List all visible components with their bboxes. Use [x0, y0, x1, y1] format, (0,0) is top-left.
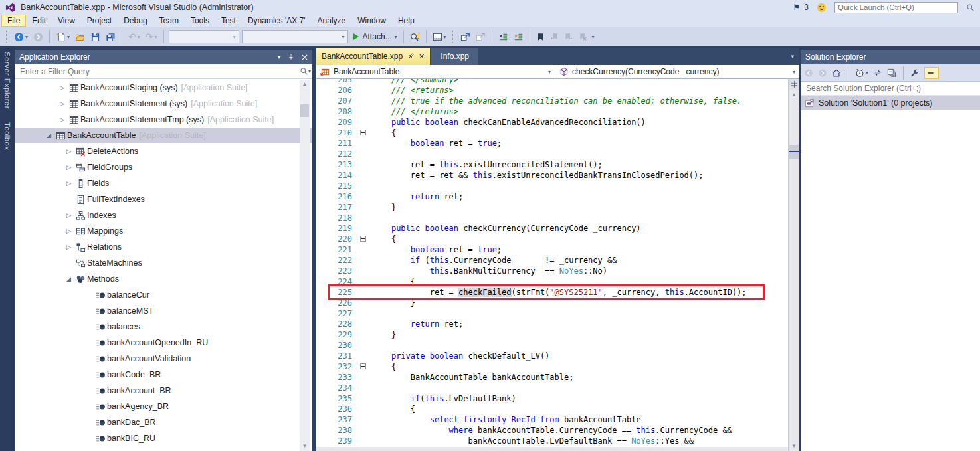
tree-item-bankcode_br[interactable]: bankCode_BR: [15, 367, 312, 383]
line-number[interactable]: 205: [316, 79, 358, 85]
tree-item-relations[interactable]: ▷Relations: [15, 239, 312, 255]
expander-icon[interactable]: ▷: [57, 100, 67, 107]
expander-icon[interactable]: ▷: [57, 116, 67, 123]
filter-search-icon[interactable]: [300, 67, 308, 76]
line-number[interactable]: 222: [316, 255, 358, 266]
member-dropdown[interactable]: checkCurrency(CurrencyCode _currency) ▾: [555, 65, 799, 78]
tree-item-bankdac_br[interactable]: bankDac_BR: [15, 414, 312, 430]
tab-bankaccounttable-xpp[interactable]: BankAccountTable.xpp ✕: [316, 48, 430, 65]
filter-dropdown-icon[interactable]: ▾: [308, 68, 311, 74]
tree-item-balancemst[interactable]: balanceMST: [15, 303, 312, 319]
quick-launch-search-icon[interactable]: [966, 3, 975, 12]
menu-item-file[interactable]: File: [1, 15, 26, 27]
line-number[interactable]: 207: [316, 96, 358, 106]
expander-icon[interactable]: ▷: [64, 180, 74, 187]
line-number[interactable]: 226: [316, 298, 358, 308]
line-number[interactable]: 229: [316, 329, 358, 340]
line-number[interactable]: 221: [316, 244, 358, 255]
toggle-bookmark-button[interactable]: [535, 31, 546, 43]
menu-item-view[interactable]: View: [52, 15, 81, 27]
line-number[interactable]: 233: [316, 372, 358, 383]
member-dropdown-caret[interactable]: ▾: [793, 69, 795, 75]
line-number[interactable]: 238: [316, 425, 358, 436]
feedback-smiley-icon[interactable]: [817, 3, 827, 13]
tree-item-deleteactions[interactable]: ▷DeleteActions: [15, 143, 312, 159]
expander-icon[interactable]: ◢: [64, 276, 74, 282]
menu-item-tools[interactable]: Tools: [185, 15, 215, 27]
uncomment-button[interactable]: [474, 31, 487, 43]
home-icon[interactable]: [832, 68, 841, 78]
editor-scrollbar-thumb[interactable]: [789, 145, 799, 159]
menu-item-edit[interactable]: Edit: [26, 15, 52, 27]
undo-button[interactable]: ↶▾: [127, 30, 142, 43]
solution-configurations-dropdown[interactable]: ▾: [169, 30, 239, 43]
code-editor[interactable]: 205 /// </summary>206 /// <returns>207 /…: [316, 79, 788, 447]
line-number[interactable]: 230: [316, 340, 358, 351]
navigate-forward-button[interactable]: [32, 31, 45, 43]
quick-launch-input[interactable]: [834, 2, 958, 13]
new-file-button[interactable]: ▾: [54, 31, 71, 43]
expander-icon[interactable]: ▷: [64, 228, 74, 234]
filter-query-box[interactable]: ▾: [15, 64, 312, 79]
collapse-region-icon[interactable]: [360, 130, 366, 135]
expander-icon[interactable]: ▷: [64, 212, 74, 219]
line-number[interactable]: 208: [316, 106, 358, 117]
close-icon[interactable]: [302, 54, 308, 60]
scrollbar-up-icon[interactable]: ▲: [300, 80, 310, 89]
line-number[interactable]: 228: [316, 319, 358, 329]
save-all-button[interactable]: [104, 31, 117, 43]
expander-icon[interactable]: ▷: [64, 148, 74, 155]
tree-item-bankagency_br[interactable]: bankAgency_BR: [15, 399, 312, 414]
tree-item-bankaccountstatementtmp[interactable]: ▷BankAccountStatementTmp (sys)[Applicati…: [15, 112, 312, 128]
line-number[interactable]: 218: [316, 213, 358, 223]
menu-item-project[interactable]: Project: [81, 15, 118, 27]
toolbar-grip[interactable]: [6, 31, 8, 43]
solution-platforms-dropdown[interactable]: ▾: [242, 30, 348, 43]
notifications-flag[interactable]: ⚑ 3: [793, 3, 809, 12]
line-number[interactable]: 214: [316, 170, 358, 181]
preview-selected-items-button[interactable]: [924, 67, 939, 79]
line-number[interactable]: 234: [316, 383, 358, 393]
tab-pin-icon[interactable]: [405, 51, 417, 62]
solution-explorer-header[interactable]: Solution Explorer: [801, 50, 980, 64]
tree-item-fields[interactable]: ▷Fields: [15, 175, 312, 191]
toolbar-grip-2[interactable]: [452, 31, 454, 43]
editor-vertical-scrollbar[interactable]: ▲ ▼: [788, 79, 799, 451]
pin-icon[interactable]: [287, 53, 295, 61]
line-number[interactable]: 224: [316, 276, 358, 287]
line-number[interactable]: 236: [316, 404, 358, 414]
increase-indent-button[interactable]: [512, 31, 525, 43]
scrollbar-thumb[interactable]: [300, 104, 309, 117]
menu-item-team[interactable]: Team: [153, 15, 185, 27]
tab-close-icon[interactable]: ✕: [419, 53, 425, 60]
choose-layout-button[interactable]: ▾: [431, 31, 448, 43]
collapse-all-icon[interactable]: [887, 68, 896, 78]
tree-item-bankaccountstatement[interactable]: ▷BankAccountStatement (sys)[Application …: [15, 96, 312, 112]
expander-icon[interactable]: ▷: [64, 244, 74, 250]
application-explorer-scrollbar[interactable]: ▲ ▼: [300, 80, 310, 451]
line-number[interactable]: 227: [316, 308, 358, 319]
menu-item-debug[interactable]: Debug: [118, 15, 153, 27]
type-dropdown-caret[interactable]: ▾: [548, 69, 551, 75]
tree-item-bankaccountvalidation[interactable]: bankAccountValidation: [15, 351, 312, 367]
line-number[interactable]: 212: [316, 149, 358, 159]
dock-tab-server-explorer[interactable]: Server Explorer: [3, 52, 11, 109]
clear-bookmarks-button[interactable]: [577, 31, 588, 43]
tree-item-bankbic_ru[interactable]: bankBIC_RU: [15, 430, 312, 446]
expander-icon[interactable]: ◢: [44, 132, 54, 139]
forward-icon[interactable]: [818, 68, 827, 78]
tree-item-indexes[interactable]: ▷Indexes: [15, 207, 312, 223]
solution-search-input[interactable]: [805, 83, 976, 94]
line-number[interactable]: 219: [316, 223, 358, 234]
type-dropdown[interactable]: BankAccountTable ▾: [316, 65, 555, 78]
next-bookmark-button[interactable]: [563, 31, 574, 43]
toolbar-overflow-button[interactable]: ▾: [591, 33, 596, 41]
tree-item-balances[interactable]: balances: [15, 319, 312, 335]
navigate-backward-button[interactable]: ▾: [13, 31, 29, 43]
save-button[interactable]: [89, 31, 102, 43]
expander-icon[interactable]: ▷: [57, 84, 67, 91]
tree-item-statemachines[interactable]: StateMachines: [15, 255, 312, 271]
line-number[interactable]: 210: [316, 128, 358, 138]
collapse-region-icon[interactable]: [360, 363, 366, 369]
tree-item-mappings[interactable]: ▷Mappings: [15, 223, 312, 239]
